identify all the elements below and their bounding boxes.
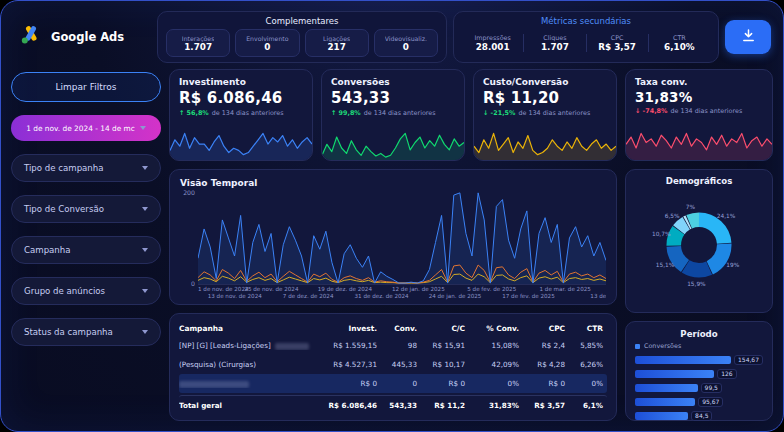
chevron-down-icon xyxy=(142,207,148,211)
bar-row[interactable]: 126 xyxy=(635,369,763,378)
visao-temporal-card: Visão Temporal 200 0 1 de nov. de 202425… xyxy=(169,169,617,305)
kpi-custo-conversao: Custo/Conversão R$ 11,20 ↓ -21,5% de 134… xyxy=(473,69,617,161)
kpi-taxa-conv: Taxa conv. 31,83% ↓ -74,8% de 134 dias a… xyxy=(625,69,773,161)
y-axis: 200 0 xyxy=(180,191,198,285)
redacted-text xyxy=(275,343,309,350)
filter-tipo-de-campanha[interactable]: Tipo de campanha xyxy=(11,154,161,182)
table-row-selected[interactable]: R$ 0 0 R$ 0 0% R$ 0 0% xyxy=(179,374,607,393)
bar-value-label: 95,67 xyxy=(698,397,723,407)
x-axis-label: 13 de nov. de 2024 xyxy=(208,293,262,299)
stat-ligacoes: Ligações 217 xyxy=(305,29,369,57)
google-ads-logo-icon xyxy=(19,23,43,51)
table-row[interactable]: (Pesquisa) (Cirurgias) R$ 4.527,31 445,3… xyxy=(179,355,607,374)
temporal-line-chart xyxy=(198,191,606,285)
delta-arrow-icon: ↓ xyxy=(635,107,640,115)
metricas-secundarias-stats: Impressões 28.001 Cliques 1.707 CPC R$ 3… xyxy=(462,28,710,57)
stat-ctr: CTR 6,10% xyxy=(648,34,710,52)
chevron-down-icon xyxy=(140,126,146,130)
bar-value-label: 154,67 xyxy=(734,355,763,365)
demographics-donut-chart: 24,1%19%15,9%15,1%10,7%6,5%7% xyxy=(633,186,765,304)
donut-segment-label: 15,9% xyxy=(687,281,706,287)
x-axis-label: 5 de fev. de 2025 xyxy=(467,286,516,292)
bar-row[interactable]: 84,5 xyxy=(635,411,763,420)
taxa-conv-sparkline xyxy=(626,130,772,160)
filter-status-da-campanha[interactable]: Status da campanha xyxy=(11,318,161,346)
bar-value-label: 84,5 xyxy=(691,411,712,421)
x-axis-label: 1 de nov. de 2024 xyxy=(198,286,249,292)
x-axis-label: 1 de mar. de 2025 xyxy=(540,286,591,292)
filter-tipo-de-conversao[interactable]: Tipo de Conversão xyxy=(11,195,161,223)
bar-fill xyxy=(635,384,698,392)
chevron-down-icon xyxy=(142,289,148,293)
right-column: Taxa conv. 31,83% ↓ -74,8% de 134 dias a… xyxy=(625,69,773,421)
donut-segment-label: 24,1% xyxy=(717,213,736,219)
delta-arrow-icon: ↑ xyxy=(179,109,184,117)
google-ads-dashboard: Google Ads Complementares Interações 1.7… xyxy=(0,0,784,432)
main-content: Investimento R$ 6.086,46 ↑ 56,8% de 134 … xyxy=(169,69,617,421)
legend: Conversões xyxy=(635,342,763,350)
clear-filters-button[interactable]: Limpar Filtros xyxy=(11,72,161,102)
periodo-title: Período xyxy=(635,329,763,339)
x-axis-label: 19 de dez. de 2024 xyxy=(318,286,372,292)
demograficos-title: Demográficos xyxy=(633,176,765,186)
bar-value-label: 99,5 xyxy=(701,383,722,393)
stat-cliques: Cliques 1.707 xyxy=(523,34,585,52)
x-axis-labels: 1 de nov. de 202425 de nov. de 202419 de… xyxy=(198,285,606,301)
download-button[interactable] xyxy=(725,20,771,54)
redacted-text xyxy=(179,381,249,388)
kpi-conversoes: Conversões 543,33 ↑ 99,8% de 134 dias an… xyxy=(321,69,465,161)
custo-conversao-sparkline xyxy=(474,130,616,160)
filter-campanha[interactable]: Campanha xyxy=(11,236,161,264)
donut-segment-label: 19% xyxy=(726,262,739,268)
x-axis-label: 25 de nov. de 2024 xyxy=(244,286,298,292)
metricas-secundarias-title: Métricas secundárias xyxy=(462,16,710,27)
bar-row[interactable]: 95,67 xyxy=(635,397,763,406)
stat-interacoes: Interações 1.707 xyxy=(166,29,230,57)
conversoes-sparkline xyxy=(322,130,464,160)
filter-sidebar: Limpar Filtros 1 de nov. de 2024 - 14 de… xyxy=(11,69,161,421)
x-axis-label: 17 de fev. de 2025 xyxy=(502,293,555,299)
x-axis-label: 7 de dez. de 2024 xyxy=(283,293,334,299)
periodo-bar-chart: 154,6712699,595,6784,5 xyxy=(635,355,763,420)
investimento-sparkline xyxy=(170,130,312,160)
periodo-card: Período Conversões 154,6712699,595,6784,… xyxy=(625,321,773,421)
brand: Google Ads xyxy=(11,11,151,63)
chevron-down-icon xyxy=(142,330,148,334)
donut-segment-label: 6,5% xyxy=(665,213,680,219)
table-total-row: Total geral R$ 6.086,46 543,33 R$ 11,2 3… xyxy=(179,395,607,415)
bar-row[interactable]: 99,5 xyxy=(635,383,763,392)
bar-fill xyxy=(635,412,688,420)
complementares-stats: Interações 1.707 Envolvimento 0 Ligações… xyxy=(166,29,438,57)
legend-swatch-icon xyxy=(635,344,640,349)
complementares-title: Complementares xyxy=(166,16,438,27)
bar-value-label: 126 xyxy=(717,369,736,379)
donut-segment-label: 7% xyxy=(686,204,696,210)
stat-impressoes: Impressões 28.001 xyxy=(462,34,523,52)
stat-videovisualizacoes: Videovisualiz. 0 xyxy=(374,29,438,57)
complementares-panel: Complementares Interações 1.707 Envolvim… xyxy=(157,11,447,63)
kpi-investimento: Investimento R$ 6.086,46 ↑ 56,8% de 134 … xyxy=(169,69,313,161)
bar-fill xyxy=(635,356,731,364)
stat-envolvimento: Envolvimento 0 xyxy=(235,29,299,57)
chevron-down-icon xyxy=(142,248,148,252)
x-axis-label: 13 de m xyxy=(590,293,606,299)
x-axis-label: 12 de jan. de 2025 xyxy=(392,286,445,292)
demograficos-card: Demográficos 24,1%19%15,9%15,1%10,7%6,5%… xyxy=(625,169,773,313)
bar-row[interactable]: 154,67 xyxy=(635,355,763,364)
metricas-secundarias-panel: Métricas secundárias Impressões 28.001 C… xyxy=(453,11,719,63)
visao-temporal-title: Visão Temporal xyxy=(180,178,606,188)
donut-segment-label: 10,7% xyxy=(652,231,671,237)
kpi-row: Investimento R$ 6.086,46 ↑ 56,8% de 134 … xyxy=(169,69,617,161)
bar-fill xyxy=(635,370,714,378)
top-bar: Google Ads Complementares Interações 1.7… xyxy=(11,11,773,63)
delta-arrow-icon: ↑ xyxy=(331,109,336,117)
filter-grupo-de-anuncios[interactable]: Grupo de anúncios xyxy=(11,277,161,305)
brand-name: Google Ads xyxy=(51,30,124,44)
table-header: Campanha Invest. Conv. C/C % Conv. CPC C… xyxy=(179,320,607,336)
date-range-picker[interactable]: 1 de nov. de 2024 - 14 de mc xyxy=(11,115,161,141)
x-axis-label: 24 de jan. de 2025 xyxy=(429,293,482,299)
table-row[interactable]: [NP] [G] [Leads-Ligações] R$ 1.559,15 98… xyxy=(179,336,607,355)
bar-fill xyxy=(635,398,695,406)
chevron-down-icon xyxy=(142,166,148,170)
delta-arrow-icon: ↓ xyxy=(483,109,488,117)
